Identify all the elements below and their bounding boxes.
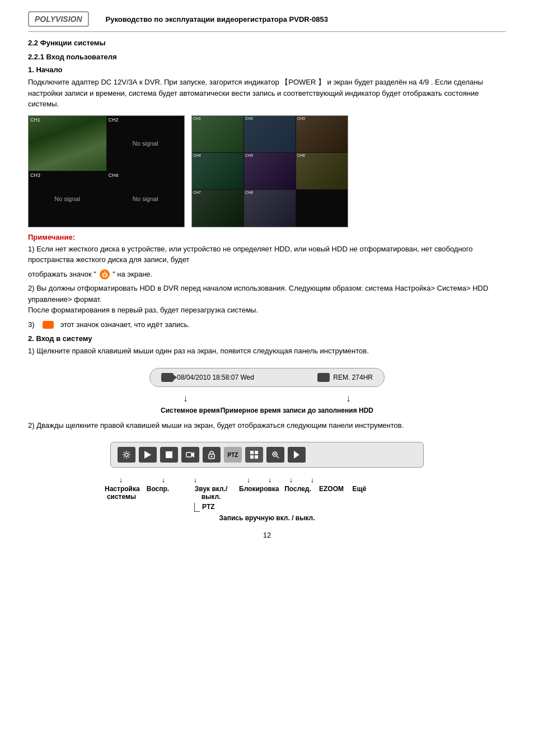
hdd-warning-icon: ⏻	[100, 269, 110, 279]
dvr-ch2-nosignal: No signal	[107, 116, 185, 171]
toolbar-arrows: ↓ ↓	[149, 393, 385, 404]
settings-button[interactable]	[118, 447, 135, 463]
svg-point-6	[211, 456, 213, 458]
arrow-down-right: ↓	[346, 393, 351, 404]
dvr-ch3-label: CH3	[30, 172, 40, 178]
toolbar2-ptz-row: PTZ	[105, 503, 429, 512]
section-2-text2: 2) Дважды щелкните правой клавишей мыши …	[28, 420, 506, 431]
dvr-sm-ch4-label: CH4	[193, 153, 201, 157]
dvr-cell-ch4: CH4 No signal	[107, 171, 185, 227]
arrow-ezoom: ↓	[289, 475, 293, 484]
dvr-cell-small-ch1: CH1	[192, 116, 243, 152]
dvr-images-row: CH1 CH2 No signal CH3 No signal CH4 No s…	[28, 115, 506, 227]
dvr-right-image: CH1 CH2 CH3 CH4 CH5 CH6 CH7 CH8	[191, 115, 348, 227]
section-22-title: 2.2 Функции системы	[28, 39, 506, 47]
more-button[interactable]	[288, 447, 306, 463]
ptz-button[interactable]: PTZ	[224, 447, 242, 463]
note2-text: 2) Вы должны отформатировать HDD в DVR п…	[28, 283, 506, 316]
svg-rect-2	[166, 451, 172, 458]
lock-button[interactable]	[203, 447, 221, 463]
toolbar-panel-2: PTZ	[110, 442, 424, 468]
toolbar2-labels-row1: Настройка системы Воспр. Звук вкл./выкл.…	[105, 485, 429, 501]
hdd-icon	[317, 373, 330, 382]
dvr-cell-ch3: CH3 No signal	[29, 171, 106, 227]
ezoom-label: EZOOM	[317, 485, 345, 493]
arrow-down-left: ↓	[183, 393, 188, 404]
note1-text: 1) Если нет жесткого диска в устройстве,…	[28, 244, 506, 265]
dvr-sm-ch6-label: CH6	[297, 153, 305, 157]
page-number: 12	[28, 531, 506, 539]
camera-icon	[161, 373, 174, 382]
arrow-lock: ↓	[247, 475, 251, 484]
toolbar-left: 08/04/2010 18:58:07 Wed	[161, 373, 254, 382]
arrow-record: ↓	[194, 475, 198, 484]
dvr-cell-small-ch4: CH4	[192, 153, 243, 189]
dvr-ch2-label: CH2	[109, 117, 119, 123]
toolbar-panel-1: 08/04/2010 18:58:07 Wed REM. 274HR	[149, 368, 385, 387]
section-1-text: Подключите адаптер DC 12V/3А к DVR. При …	[28, 77, 506, 110]
play-label: Воспр.	[144, 485, 172, 493]
svg-rect-7	[250, 451, 254, 454]
svg-rect-3	[186, 452, 191, 457]
rem-time-label: Примерное время записи до заполнения HDD	[221, 407, 373, 414]
section-221-title: 2.2.1 Вход пользователя	[28, 53, 506, 61]
play-button[interactable]	[139, 447, 157, 463]
zoom-button[interactable]	[266, 447, 284, 463]
record-label: Запись вручную вкл. / выкл.	[219, 514, 315, 522]
dvr-ch3-nosignal: No signal	[29, 171, 106, 227]
settings-label: Настройка системы	[105, 485, 138, 501]
arrow-seq: ↓	[268, 475, 272, 484]
dvr-cell-small-ch3: CH3	[296, 116, 348, 152]
company-logo: POLYVISION	[28, 11, 89, 27]
note3-line: 3) этот значок означает, что идёт запись…	[28, 319, 506, 330]
svg-rect-10	[255, 455, 258, 459]
more-label: Ещё	[351, 485, 368, 493]
dvr-cell-small-ch6: CH6	[296, 153, 348, 189]
dvr-sm-ch3-label: CH3	[297, 116, 305, 120]
arrow-more: ↓	[311, 475, 315, 484]
svg-rect-8	[255, 451, 258, 454]
svg-marker-15	[294, 451, 299, 459]
dvr-left-image: CH1 CH2 No signal CH3 No signal CH4 No s…	[28, 115, 185, 227]
note3-text: этот значок означает, что идёт запись.	[60, 320, 190, 329]
record-button[interactable]	[181, 447, 199, 463]
dvr-sm-ch7-label: CH7	[193, 190, 201, 194]
arrow-settings: ↓	[119, 475, 123, 484]
seq-label: Послед.	[284, 485, 312, 493]
stop-button[interactable]	[160, 447, 178, 463]
channel-grid-button[interactable]	[245, 447, 263, 463]
dvr-cell-small-empty	[296, 190, 348, 226]
sound-label: Звук вкл./выкл.	[194, 485, 228, 501]
toolbar-datetime: 08/04/2010 18:58:07 Wed	[177, 374, 254, 381]
dvr-cell-small-ch8: CH8	[244, 190, 296, 226]
page-header: POLYVISION Руководство по эксплуатации в…	[28, 11, 506, 32]
dvr-sm-ch8-label: CH8	[245, 190, 253, 194]
toolbar2-arrows: ↓ ↓ ↓ ↓ ↓ ↓ ↓	[110, 475, 424, 484]
dvr-ch1-img	[29, 116, 106, 171]
note1-icon-line: отображать значок " ⏻ " на экране.	[28, 269, 506, 280]
dvr-ch4-nosignal: No signal	[107, 171, 185, 227]
lock-label: Блокировка	[239, 485, 278, 493]
svg-line-12	[277, 456, 279, 459]
dvr-cell-small-ch7: CH7	[192, 190, 243, 226]
toolbar-right: REM. 274HR	[317, 373, 373, 382]
section-1-title: 1. Начало	[28, 66, 506, 74]
toolbar-rem: REM. 274HR	[333, 374, 373, 381]
note1-pre: отображать значок "	[28, 270, 96, 278]
dvr-cell-ch2: CH2 No signal	[107, 116, 185, 171]
dvr-cell-ch1: CH1	[29, 116, 106, 171]
svg-point-0	[125, 453, 128, 456]
section-2-text1: 1) Щелкните правой клавишей мыши один ра…	[28, 346, 506, 357]
svg-rect-9	[250, 455, 254, 459]
rec-icon	[43, 321, 54, 329]
dvr-ch1-label: CH1	[30, 117, 40, 123]
note-label: Примечание:	[28, 233, 506, 241]
dvr-sm-ch1-label: CH1	[193, 116, 201, 120]
svg-marker-1	[144, 451, 151, 459]
toolbar-labels: Системное время Примерное время записи д…	[149, 407, 385, 414]
section-2-title: 2. Вход в систему	[28, 334, 506, 343]
ptz-label: PTZ	[202, 503, 215, 512]
dvr-cell-small-ch2: CH2	[244, 116, 296, 152]
arrow-play: ↓	[162, 475, 166, 484]
dvr-sm-ch5-label: CH5	[245, 153, 253, 157]
